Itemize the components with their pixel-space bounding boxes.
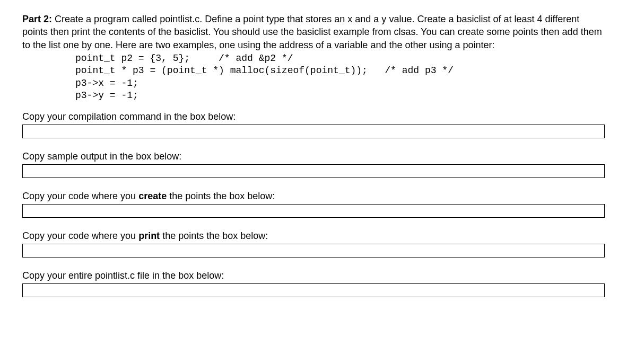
print-label: Copy your code where you print the point… [22, 230, 605, 242]
create-label: Copy your code where you create the poin… [22, 191, 605, 202]
create-label-bold: create [138, 191, 167, 201]
create-label-post: the points the box below: [167, 191, 275, 201]
part-label: Part 2: [22, 14, 52, 24]
section-compile: Copy your compilation command in the box… [22, 111, 605, 138]
output-label: Copy sample output in the box below: [22, 151, 605, 162]
print-label-pre: Copy your code where you [22, 230, 138, 241]
compile-input[interactable] [22, 125, 605, 138]
section-print: Copy your code where you print the point… [22, 230, 605, 258]
section-file: Copy your entire pointlist.c file in the… [22, 270, 605, 297]
create-label-pre: Copy your code where you [22, 191, 138, 201]
code-example: point_t p2 = {3, 5}; /* add &p2 */ point… [75, 52, 605, 102]
print-label-post: the points the box below: [160, 230, 268, 241]
compile-label: Copy your compilation command in the box… [22, 111, 605, 122]
print-input[interactable] [22, 244, 605, 258]
file-input[interactable] [22, 283, 605, 297]
print-label-bold: print [138, 230, 160, 241]
section-create: Copy your code where you create the poin… [22, 191, 605, 218]
file-label: Copy your entire pointlist.c file in the… [22, 270, 605, 281]
section-output: Copy sample output in the box below: [22, 151, 605, 178]
output-input[interactable] [22, 164, 605, 178]
intro-paragraph: Part 2: Create a program called pointlis… [22, 13, 605, 51]
intro-text: Create a program called pointlist.c. Def… [22, 14, 602, 50]
create-input[interactable] [22, 204, 605, 218]
